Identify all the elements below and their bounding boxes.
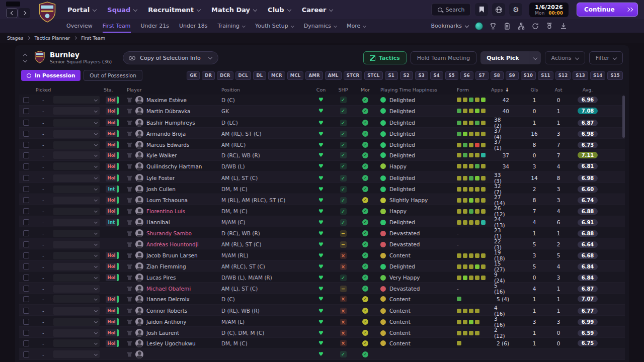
topbar-menu-item[interactable]: Squad xyxy=(107,6,137,14)
topbar-menu-item[interactable]: Portal xyxy=(67,6,96,14)
topbar-menu-item[interactable]: Career xyxy=(302,6,333,14)
chevron-down-icon[interactable] xyxy=(23,59,28,62)
table-row[interactable]: - Hol Jaidon Anthony M/AM (L) ♥ × Conten… xyxy=(19,316,625,327)
player-name[interactable]: Loum Tchaouna xyxy=(146,197,188,203)
table-row[interactable]: - Int Josh Cullen DM, M (C) ♥ ✓ Delighte… xyxy=(19,183,625,194)
subnav-tab[interactable]: Youth Setup xyxy=(255,19,294,33)
continue-button[interactable]: Continue xyxy=(577,3,638,17)
table-row[interactable]: - Hol Marcus Edwards AM (RLC) ♥ ✓ Deligh… xyxy=(19,139,625,150)
row-checkbox[interactable] xyxy=(23,340,29,346)
profile-status-button[interactable] xyxy=(475,22,483,30)
row-checkbox[interactable] xyxy=(23,308,29,314)
status-dropdown[interactable] xyxy=(53,119,100,127)
table-row[interactable]: - Shurandy Sambo D (RC), WB (R) ♥ − Deva… xyxy=(19,227,625,238)
hold-team-meeting-button[interactable]: Hold Team Meeting xyxy=(411,51,476,64)
row-checkbox[interactable] xyxy=(23,319,29,325)
out-of-possession-tab[interactable]: Out of Possession xyxy=(84,70,142,81)
status-dropdown[interactable] xyxy=(53,295,100,303)
table-row[interactable]: - Hol Connor Roberts D (RL), WB (R) ♥ × … xyxy=(19,305,625,316)
status-dropdown[interactable] xyxy=(53,197,100,204)
table-row[interactable]: - Hol Lesley Ugochukwu DM, M (C) ♥ × Con… xyxy=(19,338,625,349)
table-row[interactable]: - Hol Loum Tchaouna M (RL), AM (RLC), ST… xyxy=(19,194,625,205)
topbar-menu-item[interactable]: Recruitment xyxy=(148,6,200,14)
position-slot[interactable]: S12 xyxy=(555,71,571,80)
table-row[interactable]: - Hol Martin Dúbravka GK ♥ ✓ Delighted 4… xyxy=(19,106,625,117)
tactics-button[interactable]: Tactics xyxy=(363,51,407,64)
org-chart-button[interactable] xyxy=(517,22,525,30)
forward-button[interactable] xyxy=(19,8,30,18)
position-slot[interactable]: STCR xyxy=(344,71,363,80)
col-position[interactable]: Position xyxy=(214,87,310,93)
date-widget[interactable]: 1/6/2026 Mon 00:00 xyxy=(529,3,569,17)
row-checkbox[interactable] xyxy=(23,97,29,103)
status-dropdown[interactable] xyxy=(53,329,100,337)
subnav-tab[interactable]: Under 18s xyxy=(179,19,208,33)
fm-logo-chip[interactable] xyxy=(6,2,20,7)
position-slot[interactable]: STCL xyxy=(364,71,382,80)
player-name[interactable]: Hannibal xyxy=(146,219,170,225)
topbar-menu-item[interactable]: Club xyxy=(268,6,291,14)
table-row[interactable]: - Hol Lucas Pires D/WB (L), M/AM (R) ♥ ✓… xyxy=(19,272,625,283)
status-dropdown[interactable] xyxy=(53,318,100,326)
position-slot[interactable]: S13 xyxy=(573,71,588,80)
col-avg[interactable]: Avg. xyxy=(571,87,605,93)
position-slot[interactable]: S14 xyxy=(590,71,606,80)
position-slot[interactable]: DCL xyxy=(235,71,251,80)
col-mor[interactable]: Mor xyxy=(354,87,376,93)
table-row[interactable]: - Hol Florentino Luís DM, M (C) ♥ ✓ Happ… xyxy=(19,205,625,216)
row-checkbox[interactable] xyxy=(23,263,29,269)
player-name[interactable]: Maxime Estève xyxy=(146,97,187,103)
status-dropdown[interactable] xyxy=(53,230,100,237)
player-name[interactable]: Michael Obafemi xyxy=(146,286,191,292)
position-slot[interactable]: S8 xyxy=(491,71,504,80)
table-row[interactable]: - Hol Quilindschy Hartman D/WB (L) ♥ ✓ H… xyxy=(19,161,625,172)
player-name[interactable]: Armando Broja xyxy=(146,131,186,137)
table-row[interactable]: - Hol Zian Flemming AM (RLC), ST (C) ♥ ×… xyxy=(19,260,625,272)
status-dropdown[interactable] xyxy=(53,130,100,138)
row-checkbox[interactable] xyxy=(23,219,29,225)
position-slot[interactable]: S7 xyxy=(475,71,489,80)
position-slot[interactable]: S10 xyxy=(521,71,536,80)
position-slot[interactable]: GK xyxy=(187,71,200,80)
position-slot[interactable]: S4 xyxy=(430,71,443,80)
table-row[interactable]: - Int Hannibal M/AM (C) ♥ ✓ Delighted 24… xyxy=(19,216,625,227)
subnav-tab[interactable]: Overview xyxy=(66,19,93,33)
col-shp[interactable]: SHP xyxy=(332,87,354,93)
table-row[interactable]: - Hol Maxime Estève D (C) ♥ ✓ Delighted … xyxy=(19,95,625,106)
status-dropdown[interactable] xyxy=(53,107,100,115)
quick-pick-menu-button[interactable] xyxy=(529,51,541,64)
status-dropdown[interactable] xyxy=(53,339,100,347)
position-slot[interactable]: AMR xyxy=(305,71,323,80)
player-name[interactable]: Andréas Hountondji xyxy=(146,241,199,247)
row-checkbox[interactable] xyxy=(23,286,29,292)
filter-dropdown[interactable]: Filter xyxy=(589,51,623,64)
status-dropdown[interactable] xyxy=(53,141,100,149)
status-dropdown[interactable] xyxy=(53,241,100,248)
player-name[interactable]: Florentino Luís xyxy=(146,208,185,214)
row-checkbox[interactable] xyxy=(23,252,29,258)
row-checkbox[interactable] xyxy=(23,186,29,192)
world-button[interactable] xyxy=(492,3,505,16)
status-dropdown[interactable] xyxy=(53,162,100,170)
player-name[interactable]: Josh Laurent xyxy=(146,330,179,336)
row-checkbox[interactable] xyxy=(23,275,29,281)
subnav-tab[interactable]: More xyxy=(347,19,366,33)
clipboard-button[interactable] xyxy=(503,22,511,30)
bookmarks-dropdown[interactable]: Bookmarks xyxy=(431,23,469,29)
player-name[interactable]: Jacob Bruun Larsen xyxy=(146,252,198,258)
player-name[interactable]: Lucas Pires xyxy=(146,275,176,281)
row-checkbox[interactable] xyxy=(23,163,29,169)
row-checkbox[interactable] xyxy=(23,108,29,114)
subnav-tab[interactable]: Training xyxy=(218,19,245,33)
col-con[interactable]: Con xyxy=(310,87,332,93)
position-slot[interactable]: DCR xyxy=(217,71,233,80)
breadcrumb-item[interactable]: First Team xyxy=(81,35,105,41)
position-slot[interactable]: MCR xyxy=(268,71,285,80)
position-slot[interactable]: S1 xyxy=(385,71,398,80)
player-name[interactable]: Zian Flemming xyxy=(146,263,186,269)
status-dropdown[interactable] xyxy=(53,350,100,358)
status-dropdown[interactable] xyxy=(53,219,100,226)
player-name[interactable]: Josh Cullen xyxy=(146,186,176,192)
player-name[interactable]: Quilindschy Hartman xyxy=(146,163,202,169)
status-dropdown[interactable] xyxy=(53,307,100,315)
